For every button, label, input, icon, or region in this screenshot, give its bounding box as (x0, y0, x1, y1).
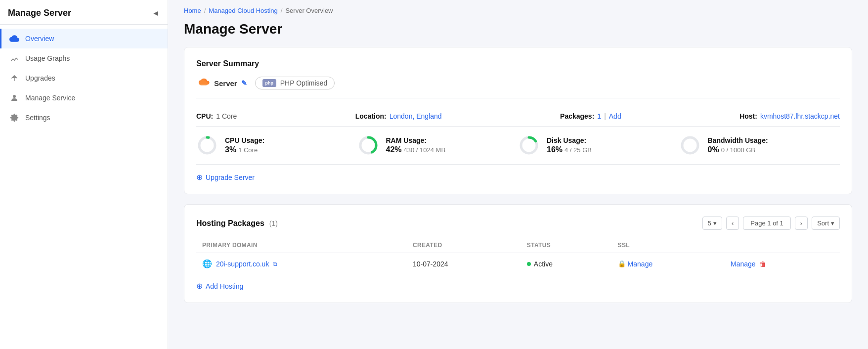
sidebar-title: Manage Server (8, 8, 71, 18)
col-primary-domain: Primary Domain (196, 238, 407, 253)
main-content: Home / Managed Cloud Hosting / Server Ov… (168, 0, 868, 349)
col-created: Created (407, 238, 521, 253)
hosting-controls: 5 ▾ ‹ Page 1 of 1 › Sort ▾ (702, 217, 840, 230)
ram-usage-item: RAM Usage: 42% 430 / 1024 MB (357, 134, 519, 156)
ram-usage-pct: 42% (386, 145, 402, 154)
server-tag-row: Server ✎ php PHP Optimised (196, 76, 840, 98)
per-page-dropdown-icon: ▾ (713, 219, 717, 227)
ssl-manage-label: Manage (628, 260, 653, 268)
lock-icon: 🔒 (618, 260, 626, 267)
status-label: Active (534, 260, 553, 268)
bandwidth-usage-text: Bandwidth Usage: 0% 0 / 1000 GB (708, 136, 768, 154)
sidebar-item-settings[interactable]: Settings (0, 108, 168, 128)
server-info-row: CPU: 1 Core Location: London, England Pa… (196, 106, 840, 127)
page-title: Manage Server (168, 21, 868, 47)
hosting-packages-title: Hosting Packages (196, 219, 264, 227)
manage-link[interactable]: Manage (731, 260, 756, 268)
packages-add[interactable]: Add (609, 112, 621, 120)
host-label: Host: (739, 112, 757, 120)
host-value[interactable]: kvmhost87.lhr.stackcp.net (760, 112, 840, 120)
packages-count: 1 (597, 112, 601, 120)
svg-point-1 (199, 137, 215, 153)
bandwidth-usage-item: Bandwidth Usage: 0% 0 / 1000 GB (679, 134, 840, 156)
hosting-header: Hosting Packages (1) 5 ▾ ‹ Page 1 of 1 ›… (196, 217, 840, 230)
cpu-usage-pct: 3% (225, 145, 236, 154)
server-summary-title: Server Summary (196, 59, 840, 68)
location-value: London, England (390, 112, 442, 120)
manage-cell: Manage 🗑 (725, 253, 840, 275)
packages-label: Packages: (560, 112, 594, 120)
bandwidth-usage-pct: 0% (708, 145, 719, 154)
server-label: Server (214, 79, 237, 87)
next-page-button[interactable]: › (795, 217, 808, 230)
hosting-packages-table: Primary Domain Created Status SSL 🌐 20i-… (196, 238, 840, 274)
table-row: 🌐 20i-support.co.uk ⧉ 10-07-2024 Active (196, 253, 840, 275)
delete-icon[interactable]: 🗑 (759, 260, 766, 268)
hosting-packages-count: (1) (269, 219, 278, 227)
packages-sep: | (604, 112, 606, 120)
cpu-usage-text: CPU Usage: 3% 1 Core (225, 136, 264, 154)
sidebar-item-upgrades-label: Upgrades (25, 74, 55, 82)
col-actions (725, 238, 840, 253)
cpu-info: CPU: 1 Core (196, 112, 237, 120)
breadcrumb-sep-1: / (204, 7, 206, 14)
php-logo: php (262, 79, 276, 87)
server-cloud-icon (196, 76, 210, 90)
add-hosting-link[interactable]: ⊕ Add Hosting (196, 281, 840, 291)
col-ssl: SSL (612, 238, 725, 253)
hosting-packages-card: Hosting Packages (1) 5 ▾ ‹ Page 1 of 1 ›… (184, 204, 852, 303)
person-icon (9, 93, 19, 103)
disk-donut (518, 134, 540, 156)
col-status: Status (521, 238, 612, 253)
hosting-title-area: Hosting Packages (1) (196, 219, 278, 228)
per-page-value: 5 (708, 219, 711, 227)
status-dot (527, 262, 531, 266)
ssl-manage-link[interactable]: 🔒 Manage (618, 260, 719, 268)
ram-donut (357, 134, 379, 156)
svg-point-7 (682, 137, 698, 153)
arrow-up-icon (9, 73, 19, 83)
sidebar-header: Manage Server ◄ (0, 0, 168, 25)
ssl-cell: 🔒 Manage (612, 253, 725, 275)
cloud-icon (9, 34, 19, 44)
sidebar-item-settings-label: Settings (25, 114, 50, 122)
sort-button[interactable]: Sort ▾ (812, 217, 840, 230)
breadcrumb-managed-cloud[interactable]: Managed Cloud Hosting (209, 7, 277, 14)
cpu-donut (196, 134, 218, 156)
breadcrumb-home[interactable]: Home (184, 7, 201, 14)
sidebar-nav: Overview Usage Graphs Upgrades (0, 25, 168, 131)
upgrade-server-link[interactable]: ⊕ Upgrade Server (196, 173, 840, 182)
disk-usage-pct: 16% (547, 145, 563, 154)
packages-info: Packages: 1 | Add (560, 112, 621, 120)
edit-icon[interactable]: ✎ (241, 79, 247, 87)
php-badge: php PHP Optimised (255, 77, 335, 89)
sort-label: Sort (817, 219, 829, 227)
sidebar-item-overview-label: Overview (25, 35, 54, 43)
add-hosting-plus-icon: ⊕ (196, 281, 203, 291)
breadcrumb-sep-2: / (281, 7, 283, 14)
upgrade-server-label: Upgrade Server (206, 174, 255, 181)
server-summary-card: Server Summary Server ✎ php PHP Optimise… (184, 47, 852, 194)
per-page-button[interactable]: 5 ▾ (702, 217, 722, 230)
sidebar-item-upgrades[interactable]: Upgrades (0, 68, 168, 88)
ram-usage-value: 42% 430 / 1024 MB (386, 145, 446, 154)
table-header-row: Primary Domain Created Status SSL (196, 238, 840, 253)
sidebar-item-usage-graphs-label: Usage Graphs (25, 54, 70, 62)
prev-page-button[interactable]: ‹ (726, 217, 739, 230)
table-body: 🌐 20i-support.co.uk ⧉ 10-07-2024 Active (196, 253, 840, 275)
collapse-icon[interactable]: ◄ (152, 9, 160, 18)
ram-usage-sub: 430 / 1024 MB (404, 146, 446, 154)
disk-usage-item: Disk Usage: 16% 4 / 25 GB (518, 134, 679, 156)
sidebar-item-overview[interactable]: Overview (0, 29, 168, 48)
server-tag: Server ✎ (196, 76, 247, 90)
sidebar-item-usage-graphs[interactable]: Usage Graphs (0, 48, 168, 68)
disk-usage-label: Disk Usage: (547, 136, 592, 144)
breadcrumb-current: Server Overview (285, 7, 333, 14)
created-date: 10-07-2024 (413, 260, 448, 268)
location-label: Location: (355, 112, 387, 120)
domain-link[interactable]: 🌐 20i-support.co.uk ⧉ (202, 259, 401, 268)
sidebar-item-manage-service[interactable]: Manage Service (0, 88, 168, 108)
sidebar-item-manage-service-label: Manage Service (25, 94, 75, 102)
ram-usage-text: RAM Usage: 42% 430 / 1024 MB (386, 136, 446, 154)
cpu-usage-sub: 1 Core (238, 146, 258, 154)
